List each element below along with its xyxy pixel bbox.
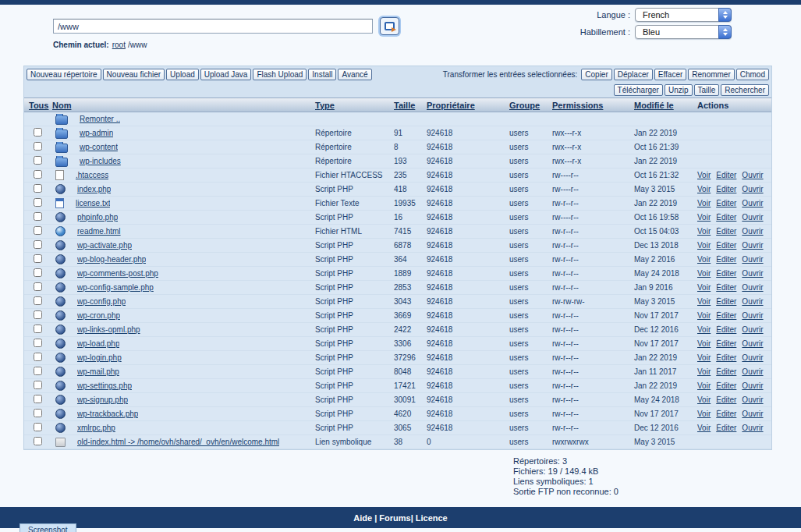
row-checkbox[interactable] — [34, 296, 42, 305]
file-name-link[interactable]: wp-trackback.php — [77, 410, 138, 418]
open-link[interactable]: Ouvrir — [742, 227, 763, 236]
file-name-link[interactable]: wp-config-sample.php — [77, 283, 154, 292]
row-checkbox[interactable] — [34, 226, 42, 235]
col-header-name[interactable]: Nom — [52, 101, 71, 110]
file-name-link[interactable]: wp-signup.php — [77, 395, 128, 404]
file-name-link[interactable]: wp-links-opml.php — [77, 325, 140, 334]
col-header-modified[interactable]: Modifié le — [634, 101, 674, 110]
open-link[interactable]: Ouvrir — [742, 395, 763, 404]
file-name-link[interactable]: wp-settings.php — [77, 381, 132, 390]
row-checkbox[interactable] — [34, 254, 42, 263]
view-link[interactable]: Voir — [697, 381, 711, 390]
file-name-link[interactable]: wp-activate.php — [77, 241, 132, 250]
row-checkbox[interactable] — [34, 184, 42, 193]
col-header-group[interactable]: Groupe — [509, 101, 540, 110]
row-checkbox[interactable] — [34, 170, 42, 179]
row-checkbox[interactable] — [34, 198, 42, 207]
open-link[interactable]: Ouvrir — [742, 185, 763, 193]
col-header-size[interactable]: Taille — [394, 101, 415, 110]
flash-upload-button[interactable]: Flash Upload — [253, 69, 307, 80]
view-link[interactable]: Voir — [697, 410, 711, 418]
view-link[interactable]: Voir — [697, 311, 711, 320]
edit-link[interactable]: Éditer — [716, 241, 736, 250]
edit-link[interactable]: Éditer — [716, 325, 736, 334]
view-link[interactable]: Voir — [697, 227, 711, 236]
row-checkbox[interactable] — [34, 367, 42, 375]
chmod-button[interactable]: Chmod — [736, 69, 769, 80]
row-checkbox[interactable] — [34, 212, 42, 221]
edit-link[interactable]: Éditer — [716, 339, 736, 348]
file-name-link[interactable]: wp-content — [80, 143, 118, 151]
upload-java-button[interactable]: Upload Java — [200, 69, 252, 80]
view-link[interactable]: Voir — [697, 339, 711, 348]
edit-link[interactable]: Éditer — [716, 395, 736, 404]
file-name-link[interactable]: wp-cron.php — [77, 311, 120, 320]
row-checkbox[interactable] — [34, 128, 42, 137]
size-button[interactable]: Taille — [694, 84, 720, 96]
open-link[interactable]: Ouvrir — [742, 283, 763, 292]
upload-button[interactable]: Upload — [166, 69, 199, 80]
file-name-link[interactable]: phpinfo.php — [77, 213, 118, 222]
open-link[interactable]: Ouvrir — [742, 339, 763, 348]
view-link[interactable]: Voir — [697, 283, 711, 292]
download-button[interactable]: Télécharger — [614, 84, 663, 96]
open-link[interactable]: Ouvrir — [742, 424, 763, 432]
unzip-button[interactable]: Unzip — [665, 84, 693, 96]
view-link[interactable]: Voir — [697, 199, 711, 207]
open-link[interactable]: Ouvrir — [742, 255, 763, 264]
path-input[interactable] — [53, 19, 373, 34]
edit-link[interactable]: Éditer — [716, 227, 736, 236]
install-button[interactable]: Install — [308, 69, 336, 80]
edit-link[interactable]: Éditer — [716, 410, 736, 418]
file-name-link[interactable]: wp-login.php — [77, 353, 122, 362]
row-checkbox[interactable] — [34, 423, 42, 431]
open-link[interactable]: Ouvrir — [742, 213, 763, 222]
view-link[interactable]: Voir — [697, 353, 711, 362]
row-checkbox[interactable] — [34, 395, 42, 403]
edit-link[interactable]: Éditer — [716, 199, 736, 207]
edit-link[interactable]: Éditer — [716, 255, 736, 264]
view-link[interactable]: Voir — [697, 367, 711, 376]
language-select[interactable]: French — [635, 8, 732, 22]
file-name-link[interactable]: wp-config.php — [77, 297, 126, 306]
view-link[interactable]: Voir — [697, 269, 711, 278]
rename-button[interactable]: Renommer — [688, 69, 734, 80]
file-name-link[interactable]: readme.html — [77, 227, 121, 236]
root-link[interactable]: root — [112, 41, 126, 49]
open-link[interactable]: Ouvrir — [742, 325, 763, 334]
file-name-link[interactable]: index.php — [77, 185, 111, 193]
file-name-link[interactable]: wp-mail.php — [77, 367, 119, 376]
search-button[interactable]: Rechercher — [721, 84, 769, 96]
view-link[interactable]: Voir — [697, 325, 711, 334]
edit-link[interactable]: Éditer — [716, 297, 736, 306]
view-link[interactable]: Voir — [697, 395, 711, 404]
file-name-link[interactable]: wp-comments-post.php — [77, 269, 158, 278]
edit-link[interactable]: Éditer — [716, 171, 736, 179]
view-link[interactable]: Voir — [697, 424, 711, 432]
file-name-link[interactable]: .htaccess — [76, 171, 108, 179]
file-name-link[interactable]: xmlrpc.php — [77, 424, 115, 432]
edit-link[interactable]: Éditer — [716, 283, 736, 292]
go-button[interactable] — [380, 17, 399, 35]
file-name-link[interactable]: wp-load.php — [77, 339, 119, 348]
file-name-link[interactable]: Remonter .. — [80, 115, 120, 123]
footer-links[interactable]: Aide | Forums| Licence — [353, 513, 447, 523]
open-link[interactable]: Ouvrir — [742, 297, 763, 306]
open-link[interactable]: Ouvrir — [742, 353, 763, 362]
skin-select[interactable]: Bleu — [635, 25, 732, 39]
edit-link[interactable]: Éditer — [716, 311, 736, 320]
row-checkbox[interactable] — [34, 142, 42, 151]
edit-link[interactable]: Éditer — [716, 424, 736, 432]
open-link[interactable]: Ouvrir — [742, 171, 763, 179]
row-checkbox[interactable] — [34, 268, 42, 277]
file-name-link[interactable]: wp-includes — [80, 157, 121, 165]
row-checkbox[interactable] — [34, 381, 42, 389]
row-checkbox[interactable] — [34, 240, 42, 249]
view-link[interactable]: Voir — [697, 185, 711, 193]
row-checkbox[interactable] — [34, 409, 42, 417]
new-directory-button[interactable]: Nouveau répertoire — [27, 69, 101, 80]
view-link[interactable]: Voir — [697, 171, 711, 179]
open-link[interactable]: Ouvrir — [742, 410, 763, 418]
edit-link[interactable]: Éditer — [716, 367, 736, 376]
view-link[interactable]: Voir — [697, 213, 711, 222]
